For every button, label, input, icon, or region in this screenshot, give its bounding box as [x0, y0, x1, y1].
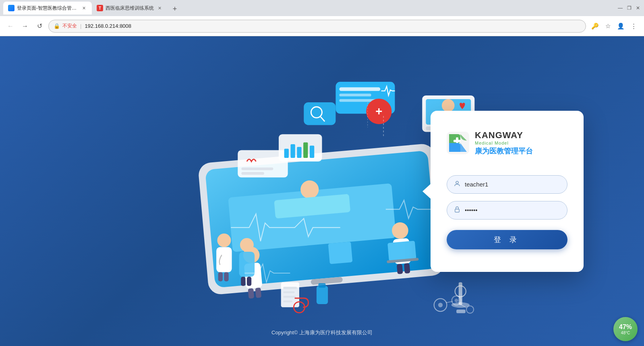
more-options-icon[interactable]: ⋮ — [628, 21, 639, 32]
key-icon[interactable]: 🔑 — [589, 21, 601, 32]
svg-rect-58 — [283, 296, 296, 298]
svg-rect-34 — [310, 145, 314, 158]
tab-1[interactable]: 登录页面-智慧医教综合管理平台 ✕ — [3, 2, 92, 15]
user-account-icon[interactable]: 👤 — [615, 21, 626, 32]
password-input-wrapper — [447, 201, 567, 220]
login-logo: KANGWAY Medical Model 康为医教管理平台 — [447, 130, 567, 156]
svg-point-68 — [438, 303, 443, 307]
svg-rect-15 — [387, 258, 418, 263]
svg-rect-86 — [455, 209, 460, 212]
svg-point-85 — [456, 181, 458, 184]
svg-rect-48 — [216, 247, 232, 272]
close-button[interactable]: ✕ — [635, 5, 641, 11]
tab-label-1: 登录页面-智慧医教综合管理平台 — [17, 5, 78, 12]
svg-rect-13 — [404, 263, 410, 273]
brand-sub-en: Medical Model — [475, 141, 533, 145]
svg-point-71 — [466, 306, 474, 313]
username-input[interactable] — [465, 181, 561, 188]
browser-toolbar: ← → ↺ 🔒 不安全 | 192.168.0.214:8008 🔑 ☆ 👤 ⋮ — [0, 16, 644, 36]
svg-rect-56 — [283, 287, 297, 289]
window-controls: — ❐ ✕ — [617, 5, 641, 11]
svg-rect-20 — [339, 99, 375, 102]
svg-rect-27 — [241, 168, 273, 170]
address-bar[interactable]: 🔒 不安全 | 192.168.0.214:8008 — [48, 20, 586, 33]
brand-text-area: KANGWAY Medical Model 康为医教管理平台 — [475, 130, 533, 156]
svg-point-21 — [366, 99, 391, 124]
svg-rect-59 — [283, 300, 292, 302]
svg-point-51 — [240, 238, 254, 252]
tab-label-2: 西医临床思维训练系统 — [106, 5, 154, 12]
login-card: KANGWAY Medical Model 康为医教管理平台 — [431, 111, 584, 272]
page-footer: Copyright© 上海康为医疗科技发展有限公司 — [0, 329, 644, 336]
username-field-group — [447, 175, 567, 194]
svg-rect-50 — [224, 272, 228, 282]
refresh-button[interactable]: ↺ — [34, 21, 45, 32]
tab-close-2[interactable]: ✕ — [156, 5, 163, 11]
svg-rect-66 — [456, 310, 466, 313]
minimize-button[interactable]: — — [617, 5, 623, 11]
svg-rect-26 — [238, 150, 288, 178]
svg-point-64 — [451, 302, 470, 308]
tab-close-1[interactable]: ✕ — [81, 5, 87, 11]
tab-bar: 登录页面-智慧医教综合管理平台 ✕ T 西医临床思维训练系统 ✕ + — [3, 2, 617, 15]
password-input[interactable] — [465, 207, 561, 213]
svg-rect-5 — [274, 194, 350, 218]
svg-rect-0 — [198, 143, 445, 295]
svg-rect-63 — [459, 282, 462, 305]
svg-rect-54 — [247, 277, 251, 286]
toolbar-icons: 🔑 ☆ 👤 ⋮ — [589, 21, 639, 32]
svg-rect-31 — [290, 144, 295, 158]
security-icon: 🔒 — [54, 23, 60, 29]
svg-rect-19 — [339, 93, 371, 96]
svg-rect-49 — [218, 272, 223, 282]
svg-rect-12 — [397, 264, 403, 274]
tab-favicon-1 — [8, 5, 14, 11]
svg-rect-61 — [318, 283, 325, 288]
svg-point-70 — [455, 298, 458, 302]
svg-rect-29 — [279, 134, 322, 162]
brand-logo-icon — [447, 132, 469, 154]
svg-rect-52 — [239, 252, 255, 277]
temp-value: 48°C — [621, 331, 630, 335]
password-field-group — [447, 201, 567, 220]
svg-rect-55 — [281, 282, 299, 307]
login-button[interactable]: 登 录 — [447, 230, 567, 249]
svg-rect-9 — [255, 288, 262, 298]
svg-point-67 — [434, 298, 447, 311]
svg-rect-60 — [317, 286, 328, 304]
maximize-button[interactable]: ❐ — [626, 5, 632, 11]
svg-rect-53 — [241, 277, 245, 286]
svg-point-24 — [311, 107, 322, 118]
svg-point-6 — [242, 246, 260, 264]
browser-chrome: 登录页面-智慧医教综合管理平台 ✕ T 西医临床思维训练系统 ✕ + — ❐ ✕… — [0, 0, 644, 36]
svg-rect-2 — [311, 277, 343, 285]
svg-line-72 — [446, 301, 453, 302]
svg-point-69 — [452, 296, 461, 305]
brand-name-zh: 康为医教管理平台 — [475, 146, 533, 156]
copyright-text: Copyright© 上海康为医疗科技发展有限公司 — [271, 329, 373, 336]
svg-rect-16 — [328, 242, 353, 264]
svg-rect-30 — [284, 149, 289, 158]
svg-rect-84 — [453, 140, 461, 142]
svg-rect-33 — [303, 142, 308, 157]
brand-name-en: KANGWAY — [475, 130, 523, 141]
temperature-widget: 47% 48°C — [613, 317, 638, 341]
svg-line-25 — [321, 117, 325, 121]
svg-rect-23 — [304, 102, 335, 125]
back-button[interactable]: ← — [5, 21, 16, 32]
username-input-wrapper — [447, 175, 567, 194]
svg-rect-14 — [387, 241, 416, 261]
svg-rect-11 — [393, 238, 411, 265]
svg-point-62 — [294, 302, 304, 313]
svg-point-65 — [455, 286, 466, 297]
address-bar-separator: | — [80, 23, 81, 29]
new-tab-button[interactable]: + — [169, 3, 180, 15]
tab-2[interactable]: T 西医临床思维训练系统 ✕ — [92, 2, 168, 15]
url-text: 192.168.0.214:8008 — [85, 23, 131, 29]
password-icon — [453, 206, 461, 215]
forward-button[interactable]: → — [19, 21, 31, 32]
browser-titlebar: 登录页面-智慧医教综合管理平台 ✕ T 西医临床思维训练系统 ✕ + — ❐ ✕ — [0, 0, 644, 16]
star-icon[interactable]: ☆ — [602, 21, 613, 32]
svg-point-76 — [442, 99, 455, 112]
svg-rect-8 — [248, 288, 255, 298]
